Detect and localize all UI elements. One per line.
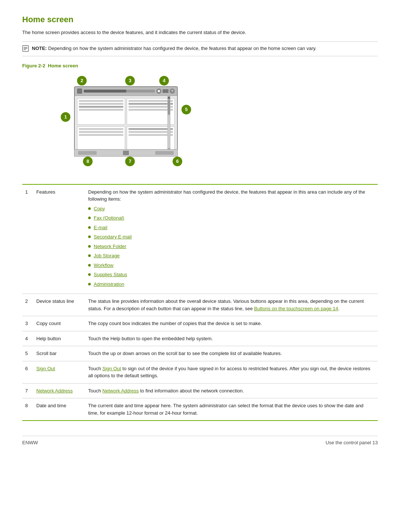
row-desc: The copy count box indicates the number … xyxy=(85,316,378,331)
scroll-bar-diagram xyxy=(167,95,170,153)
badge-3: 3 xyxy=(125,76,135,86)
bullet-icon xyxy=(88,235,91,238)
row-num: 6 xyxy=(22,361,33,383)
list-item: Copy xyxy=(88,205,375,213)
bullet-icon xyxy=(88,217,91,219)
network-address-link[interactable]: Network Address xyxy=(102,388,139,394)
bottom-bar-diagram xyxy=(74,149,178,157)
figure-diagram: ? xyxy=(44,71,200,175)
row-label: Help button xyxy=(33,331,85,346)
row-desc: Depending on how the system administrato… xyxy=(85,184,378,294)
list-item: Job Storage xyxy=(88,252,375,260)
bullet-icon xyxy=(88,283,91,285)
sign-out-label-link[interactable]: Sign Out xyxy=(36,366,55,371)
list-item: Network Folder xyxy=(88,243,375,250)
row-desc: Touch the Help button to open the embedd… xyxy=(85,331,378,346)
note-body: Depending on how the system administrato… xyxy=(48,46,317,51)
bullet-icon xyxy=(88,273,91,276)
network-address-label-link[interactable]: Network Address xyxy=(36,388,73,394)
row-num: 1 xyxy=(22,184,33,294)
bullet-icon xyxy=(88,245,91,248)
note-box: NOTE: Depending on how the system admini… xyxy=(22,41,378,56)
row-num: 5 xyxy=(22,346,33,361)
badge-5: 5 xyxy=(181,105,191,114)
table-row: 3 Copy count The copy count box indicate… xyxy=(22,316,378,331)
bullet-icon xyxy=(88,226,91,229)
row-label: Copy count xyxy=(33,316,85,331)
list-item: Fax (Optional) xyxy=(88,214,375,222)
badge-8: 8 xyxy=(83,157,93,166)
table-row: 1 Features Depending on how the system a… xyxy=(22,184,378,294)
row-num: 3 xyxy=(22,316,33,331)
row-label: Sign Out xyxy=(33,361,85,383)
row-num: 8 xyxy=(22,398,33,421)
table-row: 8 Date and time The current date and tim… xyxy=(22,398,378,421)
figure-label: Figure 2-2 Home screen xyxy=(22,63,378,68)
list-item: E-mail xyxy=(88,224,375,231)
row-label: Features xyxy=(33,184,85,294)
row-desc: The current date and time appear here. T… xyxy=(85,398,378,421)
list-item: Administration xyxy=(88,281,375,288)
device-illustration: ? xyxy=(74,86,178,153)
row-label: Device status line xyxy=(33,294,85,316)
row-label: Date and time xyxy=(33,398,85,421)
row-label: Network Address xyxy=(33,383,85,398)
badge-6: 6 xyxy=(173,157,182,166)
badge-7: 7 xyxy=(125,157,135,166)
note-icon xyxy=(22,45,29,53)
badge-4: 4 xyxy=(159,76,169,86)
table-row: 5 Scroll bar Touch the up or down arrows… xyxy=(22,346,378,361)
row-desc: Touch the up or down arrows on the scrol… xyxy=(85,346,378,361)
buttons-link[interactable]: Buttons on the touchscreen on page 14 xyxy=(254,306,338,311)
list-item: Secondary E-mail xyxy=(88,233,375,241)
row-desc: Touch Sign Out to sign out of the device… xyxy=(85,361,378,383)
footer-left: ENWW xyxy=(22,440,38,445)
row-desc: Touch Network Address to find informatio… xyxy=(85,383,378,398)
bullet-icon xyxy=(88,254,91,257)
page-title: Home screen xyxy=(22,15,378,24)
intro-paragraph: The home screen provides access to the d… xyxy=(22,29,378,36)
row-num: 4 xyxy=(22,331,33,346)
list-item: Workflow xyxy=(88,262,375,269)
sign-out-link[interactable]: Sign Out xyxy=(102,366,121,371)
bullet-icon xyxy=(88,207,91,210)
badge-1: 1 xyxy=(61,112,70,122)
table-row: 2 Device status line The status line pro… xyxy=(22,294,378,316)
info-table: 1 Features Depending on how the system a… xyxy=(22,184,378,421)
table-row: 6 Sign Out Touch Sign Out to sign out of… xyxy=(22,361,378,383)
row-num: 7 xyxy=(22,383,33,398)
row-desc: The status line provides information abo… xyxy=(85,294,378,316)
table-row: 7 Network Address Touch Network Address … xyxy=(22,383,378,398)
row-num: 2 xyxy=(22,294,33,316)
page-footer: ENWW Use the control panel 13 xyxy=(22,436,378,445)
row-label: Scroll bar xyxy=(33,346,85,361)
table-row: 4 Help button Touch the Help button to o… xyxy=(22,331,378,346)
note-label: NOTE: xyxy=(32,46,47,51)
badge-2: 2 xyxy=(77,76,87,86)
footer-right: Use the control panel 13 xyxy=(326,440,378,445)
bullet-icon xyxy=(88,264,91,267)
list-item: Supplies Status xyxy=(88,271,375,278)
